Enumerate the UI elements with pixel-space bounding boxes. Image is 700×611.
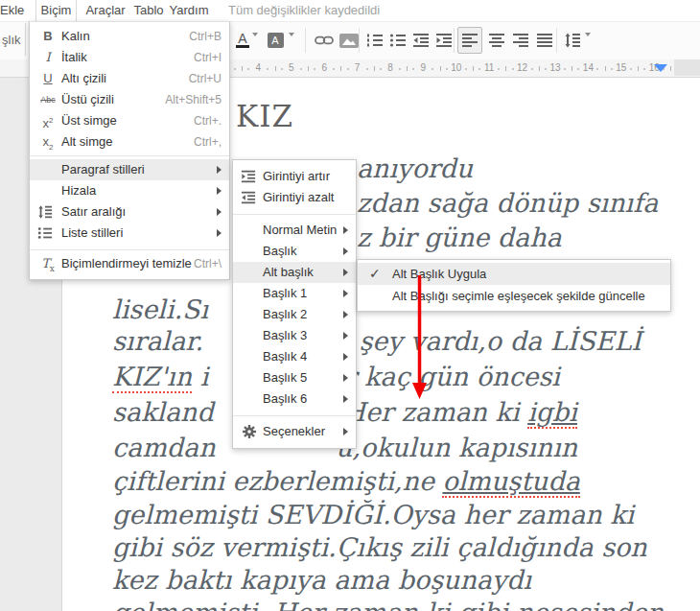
doc-text-line[interactable]: gelmemişti SEVDİĞİ.Oysa her zaman ki [112,500,634,529]
menu-item-alti-cizili[interactable]: U Altı çizili Ctrl+U [30,68,229,89]
menu-item-alt-baslik[interactable]: Alt başlık [233,262,356,283]
ruler-tick [670,66,671,71]
increase-indent-button[interactable] [432,28,455,53]
doc-text-line[interactable]: kez baktı kapıya ama boşunaydı [112,565,531,595]
doc-text-line[interactable]: çiftlerini ezberlemişti,ne olmuştuda [112,466,580,496]
menu-item-label: Alt Başlığı seçimle eşleşecek şekilde gü… [392,285,645,306]
menu-item-liste-stilleri[interactable]: Liste stilleri [30,223,229,244]
image-icon [339,34,359,48]
ruler-tick [539,66,540,71]
line-spacing-dropdown-icon[interactable] [585,36,595,46]
menu-item-alt-simge[interactable]: x2 Alt simge Ctrl+, [30,131,229,153]
menu-item-baslik[interactable]: Başlık [233,241,356,262]
numbered-list-button[interactable] [363,28,386,53]
numbered-list-icon [366,32,384,49]
menu-item-bicimlendirmeyi-temizle[interactable]: Tx Biçimlendirmeyi temizle Ctrl+\ [30,253,229,274]
justify-button[interactable] [533,28,556,53]
insert-link-button[interactable] [313,28,336,53]
menu-item-kalin[interactable]: B Kalın Ctrl+B [30,26,229,47]
menu-item-ust-simge[interactable]: x2 Üst simge Ctrl+. [30,110,229,131]
doc-text[interactable]: camdan [112,433,216,462]
misspelled-word[interactable]: olmuştuda [442,466,579,498]
doc-text-line[interactable]: sıralar. [112,326,203,356]
menu-item-paragraf-stilleri[interactable]: Paragraf stilleri [30,159,229,180]
doc-text-line[interactable]: sakland [112,397,214,427]
insert-image-button[interactable] [338,28,361,53]
menubar-item-araclar[interactable]: Araçlar [81,0,130,21]
menu-item-baslik-6[interactable]: Başlık 6 [233,388,356,410]
doc-text[interactable]: i [192,362,208,391]
doc-text[interactable]: gelmemişti. Her zaman ki gibi neşesinden [112,598,664,611]
menu-item-italik[interactable]: I İtalik Ctrl+I [30,47,229,68]
menubar-item-ekle[interactable]: Ekle [0,0,24,21]
align-center-button[interactable] [485,28,508,53]
menu-item-baslik-4[interactable]: Başlık 4 [233,346,356,367]
doc-text-line[interactable]: camdan [112,433,216,462]
paragraph-styles-submenu: Girintiyi artır Girintiyi azalt Normal M… [232,159,357,449]
menu-item-girintiyi-artir[interactable]: Girintiyi artır [233,166,356,187]
menu-item-hizala[interactable]: Hizala [30,180,229,201]
highlight-color-button[interactable]: A [267,28,284,53]
menu-item-label: Liste stilleri [61,223,123,244]
doc-text[interactable]: kez baktı kapıya ama boşunaydı [112,565,531,595]
menubar-item-yardim[interactable]: Yardım [167,0,211,21]
doc-text-line[interactable]: KIZ'ın i [112,362,208,391]
menu-item-baslik-5[interactable]: Başlık 5 [233,367,356,388]
menu-item-secenekler[interactable]: Seçenekler [233,421,356,442]
menu-separator [30,249,229,250]
doc-text[interactable]: u,okulun kapısının [336,433,577,462]
styles-dropdown-fragment[interactable]: şlık [2,33,21,47]
doc-text-line[interactable]: liseli.Sı [112,294,208,324]
menubar-item-bicim[interactable]: Biçim [35,0,77,21]
menu-item-baslik-3[interactable]: Başlık 3 [233,325,356,346]
document-title-fragment[interactable]: KIZ [236,99,293,133]
ruler-indent-marker[interactable] [654,64,667,72]
doc-text-line[interactable]: anıyordu [357,153,473,183]
doc-text[interactable]: gelmemişti SEVDİĞİ.Oysa her zaman ki [112,500,634,529]
menu-item-label: Alt Başlık Uygula [392,263,486,284]
menubar-item-tablo[interactable]: Tablo [130,0,167,21]
line-spacing-button[interactable] [561,28,584,53]
text-color-button[interactable]: A [234,28,251,53]
menu-item-ustu-cizili[interactable]: Abc Üstü çizili Alt+Shift+5 [30,89,229,110]
doc-text[interactable]: z bir güne daha [357,223,562,252]
doc-text[interactable]: çiftlerini ezberlemişti,ne [112,466,442,496]
menu-item-baslik-1[interactable]: Başlık 1 [233,283,356,304]
doc-text-line[interactable]: bir şey vardı,o da LİSELİ [314,326,642,356]
doc-text[interactable]: zdan sağa dönüp sınıfa [357,188,658,218]
menu-item-satir-araligi[interactable]: Satır aralığı [30,201,229,223]
menu-item-label: Hizala [61,180,96,201]
bulleted-list-button[interactable] [386,28,409,53]
menu-item-baslik-2[interactable]: Başlık 2 [233,304,356,325]
misspelled-word[interactable]: KIZ'ın [112,362,192,393]
doc-text[interactable]: liseli.Sı [112,294,208,324]
italic-icon: I [37,47,58,68]
doc-text-line[interactable]: zdan sağa dönüp sınıfa [357,188,658,218]
align-right-button[interactable] [509,28,532,53]
misspelled-word[interactable]: igbi [527,397,577,429]
doc-text-line[interactable]: gibi söz vermişti.Çıkış zili çaldığında … [112,532,647,562]
doc-text-line[interactable]: gelmemişti. Her zaman ki gibi neşesinden [112,598,664,611]
doc-text-line[interactable]: e.Her zaman ki igbi [319,397,577,427]
doc-text[interactable]: sıralar. [112,326,203,356]
menu-item-girintiyi-azalt[interactable]: Girintiyi azalt [233,187,356,208]
decrease-indent-button[interactable] [409,28,432,53]
format-menu: B Kalın Ctrl+B I İtalik Ctrl+I U Altı çi… [29,21,230,280]
doc-text[interactable]: gibi söz vermişti.Çıkış zili çaldığında … [112,532,647,562]
menu-shortcut: Alt+Shift+5 [165,89,222,110]
menu-shortcut: Ctrl+, [194,131,222,153]
doc-text[interactable]: sakland [112,397,214,427]
menu-item-alt-baslik-uygula[interactable]: ✓ Alt Başlık Uygula [358,263,670,285]
doc-text-line[interactable]: u,okulun kapısının [336,433,577,462]
menu-item-normal-metin[interactable]: Normal Metin [233,220,356,241]
menu-item-alt-basligi-guncelle[interactable]: Alt Başlığı seçimle eşleşecek şekilde gü… [358,285,670,307]
doc-text-line[interactable]: z bir güne daha [357,223,562,252]
doc-text[interactable]: bir şey vardı,o da LİSELİ [314,326,642,356]
align-left-button[interactable] [457,27,482,54]
highlight-color-dropdown-icon[interactable] [289,36,298,46]
menu-shortcut: Ctrl+B [189,26,222,47]
ruler-tick [572,66,572,71]
doc-text[interactable]: anıyordu [357,153,473,183]
text-color-dropdown-icon[interactable] [252,36,262,46]
menu-item-label: Başlık 3 [263,325,307,346]
